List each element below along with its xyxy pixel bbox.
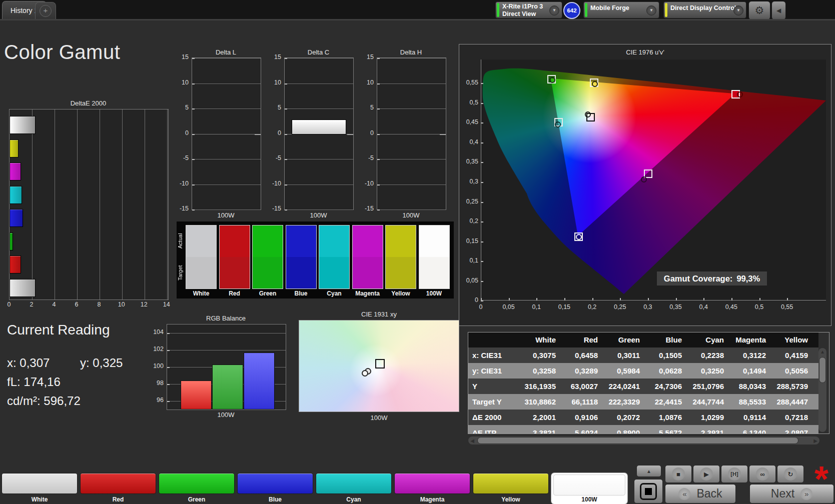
pattern-swatch <box>394 473 470 494</box>
table-cell: 0,2238 <box>688 348 730 363</box>
tick-mark <box>167 367 170 368</box>
pattern-button-red[interactable]: Red <box>80 473 156 504</box>
actual-marker-100w-2 <box>362 370 368 376</box>
deltae-bar-white <box>10 116 36 134</box>
tick-mark <box>377 210 380 210</box>
swatch-target-red <box>219 257 250 289</box>
pattern-window-button[interactable] <box>634 479 663 504</box>
gridline <box>285 184 353 185</box>
table-cell: 0,8900 <box>604 425 646 434</box>
meter-dropdown-label: X-Rite i1Pro 3Direct View <box>502 3 543 18</box>
swatch-actual-cyan <box>319 225 350 257</box>
pattern-button-cyan[interactable]: Cyan <box>316 473 392 504</box>
table-horizontal-scrollbar[interactable]: ◀ ▶ <box>468 436 819 444</box>
back-arrows-icon: « <box>678 488 690 500</box>
tick-mark <box>481 300 483 302</box>
y-tick-label: 0,55 <box>459 79 478 86</box>
gridline <box>192 108 261 109</box>
table-row-label: Y <box>468 378 520 394</box>
gridline <box>192 210 261 210</box>
back-button[interactable]: « Back <box>665 484 736 504</box>
actual-marker-white <box>585 112 591 118</box>
tick-mark <box>481 122 483 124</box>
deltae-bar-100w <box>10 279 36 297</box>
swatch-target-white <box>186 257 217 289</box>
pattern-swatch <box>316 473 392 494</box>
scroll-up-icon[interactable]: ▲ <box>818 349 826 354</box>
y-tick-label: -15 <box>172 205 189 212</box>
tick-mark <box>481 162 483 163</box>
divider <box>0 19 835 20</box>
table-vertical-scrollbar[interactable]: ▲ <box>818 348 826 432</box>
gridline <box>55 110 55 300</box>
gridline <box>192 84 261 84</box>
swatch-target-yellow <box>385 257 416 289</box>
stop-button[interactable]: ■ <box>665 465 692 483</box>
single-measure-button[interactable]: [H] <box>721 465 748 483</box>
tab-label: History 1 <box>11 6 38 14</box>
settings-button[interactable]: ⚙ <box>748 1 770 20</box>
gridline <box>377 108 446 109</box>
pattern-button-magenta[interactable]: Magenta <box>394 473 470 504</box>
swatch-actual-green <box>252 225 283 257</box>
panel-up-button[interactable]: ▲ <box>636 465 661 477</box>
swatch-row-label-target: Target <box>177 257 185 289</box>
table-cell: 0,9114 <box>730 410 772 425</box>
x-tick-label: 6 <box>70 301 84 308</box>
pattern-button-green[interactable]: Green <box>159 473 235 504</box>
deltae2000-chart <box>9 109 169 300</box>
pattern-button-blue[interactable]: Blue <box>237 473 313 504</box>
pattern-button-white[interactable]: White <box>2 473 78 504</box>
delta_h-chart <box>377 58 446 210</box>
x-tick-label: 0,1 <box>526 304 546 310</box>
scroll-left-icon[interactable]: ◀ <box>469 438 475 444</box>
pattern-swatch <box>237 473 313 494</box>
tick-mark <box>731 298 732 300</box>
pattern-button-100w[interactable]: 100W <box>551 473 627 504</box>
table-cell: 0,3250 <box>688 363 730 378</box>
gridline <box>377 184 446 185</box>
vertical-scroll-thumb[interactable] <box>819 357 826 383</box>
swatch-actual-red <box>219 225 250 257</box>
collapse-panel-button[interactable]: ◀ <box>771 1 786 20</box>
scroll-right-icon[interactable]: ▶ <box>812 438 818 444</box>
horizontal-scroll-thumb[interactable] <box>477 437 798 444</box>
display-control-dropdown[interactable]: Direct Display Control ▼ <box>663 2 746 18</box>
y-tick-label: 0,15 <box>459 238 478 244</box>
actual-marker-cyan <box>555 122 561 128</box>
tick-mark <box>620 298 621 300</box>
loop-button[interactable]: ↻ <box>777 465 804 483</box>
gridline <box>167 110 168 300</box>
meter-status-indicator <box>497 3 499 17</box>
next-label: Next <box>771 487 794 500</box>
y-tick-label: 0,45 <box>459 118 478 126</box>
play-button[interactable]: ▶ <box>693 465 720 483</box>
gridline <box>377 159 446 160</box>
table-cell: 0,5056 <box>772 363 814 378</box>
delta_l-x-label: 100W <box>192 212 260 219</box>
pattern-swatch <box>80 473 156 494</box>
source-dropdown[interactable]: Mobile Forge ▼ <box>583 2 659 18</box>
swatch-actual-100w <box>419 225 450 257</box>
swatch-compare-panel: ActualTargetWhiteRedGreenBlueCyanMagenta… <box>177 222 454 298</box>
table-cell: 88,5533 <box>730 394 772 410</box>
add-tab-button[interactable]: + <box>35 2 56 20</box>
gridline <box>285 159 353 160</box>
pattern-button-yellow[interactable]: Yellow <box>473 473 549 504</box>
table-cell: 6,1340 <box>730 425 772 434</box>
y-tick-label: -10 <box>264 180 281 187</box>
continuous-button[interactable]: ∞ <box>749 465 776 483</box>
coverage-value: 99,3% <box>736 274 760 284</box>
delta_c-title: Delta C <box>269 48 368 56</box>
loop-icon: ↻ <box>784 468 797 480</box>
table-cell: 5,6024 <box>562 425 604 434</box>
y-tick-label: 96 <box>149 396 164 404</box>
deltae2000-chart-title: DeltaE 2000 <box>9 100 168 107</box>
table-cell: 3,3821 <box>520 425 562 434</box>
meter-dropdown[interactable]: X-Rite i1Pro 3Direct View ▼ <box>495 2 562 18</box>
y-tick-label: 0,25 <box>459 198 478 205</box>
pattern-swatch <box>473 473 549 494</box>
x-axis <box>481 300 826 300</box>
gridline <box>377 134 446 134</box>
gridline <box>77 110 78 300</box>
